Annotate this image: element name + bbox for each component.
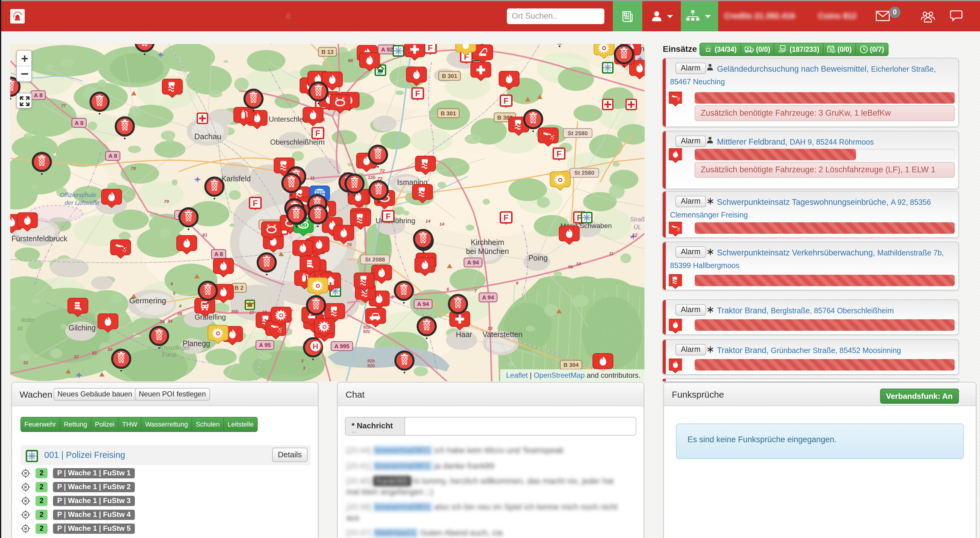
svg-text:3: 3: [301, 358, 304, 363]
svg-text:Offizierschule: Offizierschule: [60, 191, 96, 198]
svg-text:6: 6: [170, 281, 173, 286]
svg-text:ÜL: ÜL: [633, 224, 641, 230]
svg-text:92c: 92c: [363, 328, 371, 334]
svg-text:der Luftwaffe: der Luftwaffe: [65, 199, 99, 206]
svg-text:72: 72: [380, 168, 385, 173]
svg-text:14: 14: [439, 221, 445, 226]
svg-text:B 2: B 2: [234, 284, 243, 291]
svg-text:Kirchheim: Kirchheim: [471, 238, 504, 246]
svg-text:A 8: A 8: [214, 251, 223, 257]
svg-text:St 2580: St 2580: [574, 169, 594, 176]
svg-text:Gilching: Gilching: [68, 323, 96, 332]
svg-text:92b: 92b: [367, 358, 375, 363]
svg-text:Fürstenfeldbruck: Fürstenfeldbruck: [11, 234, 67, 243]
svg-text:Haar: Haar: [456, 330, 472, 338]
svg-text:A 94: A 94: [482, 294, 494, 300]
svg-text:35: 35: [177, 311, 182, 316]
svg-text:Gräfelfing: Gräfelfing: [194, 313, 226, 321]
svg-text:4: 4: [178, 303, 181, 308]
svg-text:A 94: A 94: [417, 301, 429, 307]
svg-text:92b: 92b: [367, 363, 375, 368]
svg-text:12: 12: [632, 232, 638, 237]
svg-text:ieder: ieder: [21, 316, 35, 323]
svg-text:Poing: Poing: [528, 253, 547, 262]
svg-text:79: 79: [164, 198, 169, 204]
svg-text:33: 33: [107, 346, 113, 351]
svg-text:B 304: B 304: [563, 361, 579, 368]
svg-text:10: 10: [576, 261, 581, 266]
svg-text:A 94: A 94: [467, 259, 479, 265]
svg-text:Dachau: Dachau: [194, 132, 221, 140]
svg-text:Vaterstetten: Vaterstetten: [482, 330, 522, 338]
svg-text:77: 77: [61, 103, 66, 108]
svg-text:9: 9: [515, 280, 518, 285]
svg-text:Kreuzlinger: Kreuzlinger: [159, 344, 190, 351]
svg-text:11: 11: [609, 251, 614, 256]
svg-text:3: 3: [303, 365, 305, 370]
svg-text:68: 68: [348, 57, 353, 63]
svg-text:B 13: B 13: [321, 48, 334, 55]
svg-text:14: 14: [426, 218, 431, 223]
svg-text:34: 34: [159, 319, 165, 324]
svg-text:B 301: B 301: [441, 110, 456, 116]
svg-text:St 2088: St 2088: [365, 256, 385, 262]
svg-text:Germering: Germering: [129, 296, 166, 305]
svg-text:Unterföhring: Unterföhring: [375, 216, 415, 224]
svg-text:12b: 12b: [368, 174, 375, 180]
svg-text:ld: ld: [18, 325, 22, 331]
svg-text:2: 2: [391, 294, 394, 299]
svg-text:11: 11: [310, 175, 315, 180]
svg-text:7: 7: [474, 288, 477, 293]
svg-text:Karlsfeld: Karlsfeld: [221, 174, 251, 182]
svg-text:A 92: A 92: [381, 46, 393, 53]
svg-text:bei München: bei München: [466, 247, 509, 255]
svg-text:A 8: A 8: [108, 152, 117, 159]
svg-text:72: 72: [377, 176, 383, 181]
svg-text:A 8: A 8: [75, 120, 83, 126]
svg-text:76: 76: [347, 242, 352, 247]
svg-text:6: 6: [447, 286, 449, 291]
svg-text:34: 34: [167, 318, 172, 323]
svg-text:Forst: Forst: [162, 351, 176, 358]
svg-text:36b: 36b: [231, 308, 239, 314]
svg-text:37: 37: [249, 310, 255, 315]
svg-text:A 95: A 95: [259, 342, 271, 348]
svg-text:A 995: A 995: [334, 343, 350, 349]
svg-text:78: 78: [131, 165, 136, 171]
svg-text:81: 81: [202, 232, 207, 237]
svg-text:9b: 9b: [568, 264, 573, 269]
svg-text:31: 31: [23, 360, 28, 365]
svg-text:St 2580: St 2580: [568, 130, 587, 136]
svg-text:Straßhe: Straßhe: [630, 216, 645, 222]
svg-text:32: 32: [74, 354, 79, 359]
svg-text:A 8: A 8: [34, 92, 43, 98]
svg-text:5: 5: [173, 291, 175, 295]
svg-text:B 301: B 301: [442, 73, 457, 79]
svg-text:33: 33: [92, 350, 97, 355]
